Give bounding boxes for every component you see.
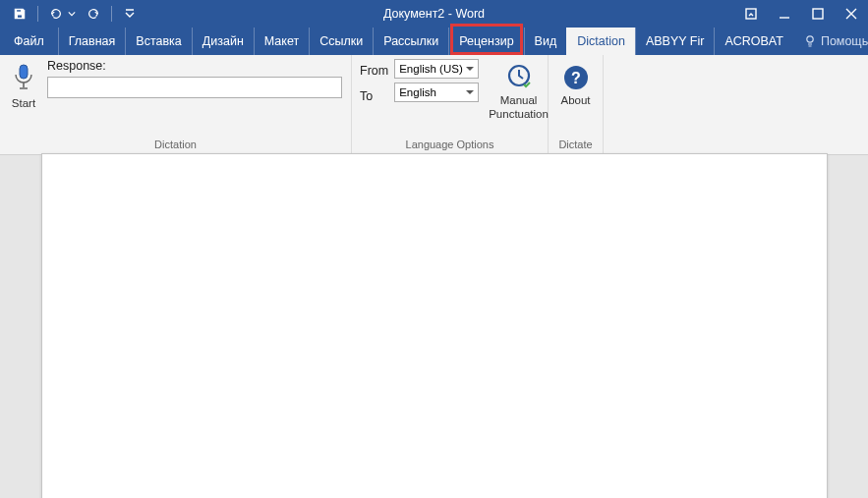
- undo-more-button[interactable]: [66, 0, 78, 28]
- to-label: To: [360, 86, 388, 106]
- tell-me-help[interactable]: Помощь: [793, 28, 868, 55]
- svg-rect-3: [813, 9, 823, 19]
- tab-abbyy[interactable]: ABBYY Fir: [635, 28, 715, 55]
- from-language-value: English (US): [399, 63, 463, 75]
- tab-design[interactable]: Дизайн: [192, 28, 254, 55]
- ribbon-group-dictation: Start Response: Dictation: [0, 55, 352, 154]
- separator: [37, 6, 38, 22]
- tab-right-cluster: Помощь Вход Общий доступ: [793, 28, 868, 55]
- maximize-button[interactable]: [801, 0, 835, 28]
- ribbon-group-dictate: ? About Dictate: [549, 55, 604, 154]
- start-dictation-button[interactable]: [13, 63, 34, 95]
- tab-layout[interactable]: Макет: [254, 28, 309, 55]
- svg-text:?: ?: [571, 70, 581, 86]
- redo-icon: [87, 7, 100, 21]
- to-language-combo[interactable]: English: [394, 83, 479, 102]
- document-page[interactable]: [41, 153, 828, 498]
- tab-dictation[interactable]: Dictation: [566, 28, 635, 55]
- save-icon: [13, 7, 27, 21]
- tab-file[interactable]: Файл: [0, 28, 58, 55]
- maximize-icon: [812, 8, 824, 20]
- response-input[interactable]: [47, 77, 342, 98]
- ribbon-display-options-button[interactable]: [734, 0, 768, 28]
- group-label-dictation: Dictation: [0, 138, 351, 154]
- redo-button[interactable]: [80, 0, 107, 28]
- chevron-down-icon: [466, 65, 474, 73]
- title-bar: Документ2 - Word: [0, 0, 868, 28]
- help-label: Помощь: [821, 34, 868, 48]
- ribbon-tabs: Файл Главная Вставка Дизайн Макет Ссылки…: [0, 28, 868, 55]
- manual-punct-line1: Manual: [500, 94, 538, 106]
- from-label: From: [360, 61, 388, 81]
- tab-insert[interactable]: Вставка: [125, 28, 191, 55]
- ribbon: Start Response: Dictation From To Englis…: [0, 55, 868, 155]
- close-icon: [845, 8, 857, 20]
- ribbon-trailer: [604, 55, 868, 154]
- group-label-language: Language Options: [352, 138, 548, 154]
- svg-point-4: [807, 36, 813, 42]
- about-label: About: [560, 94, 590, 108]
- to-language-value: English: [399, 86, 436, 98]
- tab-home[interactable]: Главная: [58, 28, 126, 55]
- chevron-down-icon: [466, 88, 474, 96]
- lightbulb-icon: [803, 34, 817, 48]
- undo-icon: [49, 7, 63, 21]
- ribbon-options-icon: [745, 8, 757, 20]
- manual-punct-line2: Punctuation: [489, 108, 549, 120]
- customize-icon: [125, 9, 135, 19]
- start-label: Start: [12, 97, 35, 109]
- customize-qat-button[interactable]: [116, 0, 144, 28]
- svg-rect-0: [17, 10, 22, 13]
- group-label-dictate: Dictate: [549, 138, 603, 154]
- quick-access-toolbar: [0, 0, 144, 28]
- separator: [111, 6, 112, 22]
- svg-rect-1: [17, 15, 22, 19]
- response-label: Response:: [47, 59, 343, 73]
- chevron-down-icon: [68, 10, 76, 18]
- tab-review[interactable]: Рецензир: [448, 28, 523, 55]
- manual-punctuation-button[interactable]: Manual Punctuation: [483, 59, 554, 122]
- window-controls: [734, 0, 868, 28]
- minimize-button[interactable]: [768, 0, 801, 28]
- tab-references[interactable]: Ссылки: [309, 28, 373, 55]
- microphone-icon: [13, 63, 34, 92]
- about-icon: ?: [561, 63, 591, 92]
- manual-punctuation-icon: [504, 63, 534, 92]
- about-button[interactable]: ? About: [554, 59, 596, 108]
- tab-view[interactable]: Вид: [524, 28, 567, 55]
- tab-acrobat[interactable]: ACROBAT: [714, 28, 793, 55]
- from-language-combo[interactable]: English (US): [394, 59, 479, 79]
- tab-mailings[interactable]: Рассылки: [373, 28, 448, 55]
- close-button[interactable]: [835, 0, 868, 28]
- ribbon-group-language-options: From To English (US) English: [352, 55, 549, 154]
- svg-rect-7: [20, 65, 28, 79]
- minimize-icon: [779, 8, 790, 20]
- document-area: [0, 155, 868, 498]
- save-button[interactable]: [6, 0, 33, 28]
